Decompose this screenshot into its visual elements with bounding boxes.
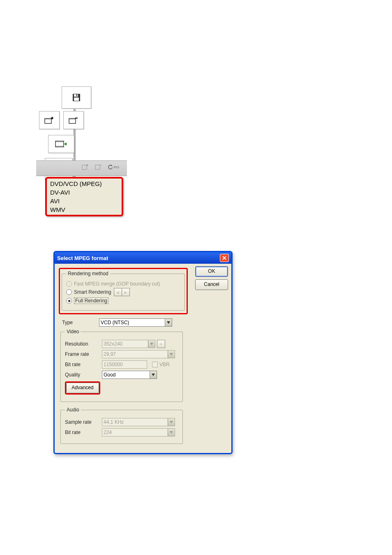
ok-button[interactable]: OK (195, 266, 228, 277)
radio-icon (66, 298, 72, 304)
keyframe-remove-icon (95, 163, 103, 171)
close-icon (222, 256, 226, 260)
menu-item-avi[interactable]: AVI (48, 197, 120, 205)
type-select[interactable]: VCD (NTSC) (99, 318, 172, 327)
svg-rect-7 (69, 118, 76, 120)
frame-rate-select: 29,97 (102, 350, 175, 358)
menu-item-wmv[interactable]: WMV (48, 205, 120, 214)
clip-remove-button[interactable] (63, 111, 84, 129)
clip-remove-icon (69, 116, 78, 124)
save-button[interactable] (62, 86, 91, 109)
frame-rate-label: Frame rate (65, 351, 102, 357)
type-label: Type (62, 320, 99, 325)
chevron-down-icon (148, 340, 155, 348)
video-bitrate-label: Bit rate (65, 362, 102, 367)
clip-play-icon (55, 140, 67, 148)
svg-rect-16 (95, 165, 100, 170)
rendering-highlight: Rendering method Fast MPEG merge (GOP bo… (59, 268, 188, 314)
clip-play-button[interactable] (48, 135, 74, 153)
save-icon (72, 93, 81, 102)
sample-rate-select: 44,1 KHz (102, 418, 175, 426)
radio-label: Full Rendering (74, 297, 108, 304)
svg-rect-9 (55, 141, 64, 142)
reset-ipo-icon: IPO (108, 163, 119, 171)
radio-icon (66, 289, 72, 295)
video-legend: Video (65, 329, 81, 334)
resolution-value: 352x240 (104, 341, 122, 347)
radio-gop: Fast MPEG merge (GOP boundary cut) (66, 281, 180, 287)
chevron-down-icon (168, 429, 175, 436)
rendering-legend: Rendering method (66, 271, 110, 276)
ipo-label: IPO (113, 165, 119, 169)
audio-bitrate-value: 224 (104, 430, 112, 435)
clip-add-button[interactable] (39, 111, 60, 129)
frame-rate-value: 29,97 (104, 351, 116, 357)
chevron-down-icon (150, 371, 157, 379)
svg-rect-2 (76, 94, 77, 96)
svg-rect-15 (82, 165, 87, 170)
sample-rate-label: Sample rate (65, 419, 102, 425)
clip-add-icon (44, 116, 54, 124)
titlebar: Select MPEG format (55, 252, 231, 264)
radio-smart[interactable]: Smart Rendering ◂ ▸ (66, 288, 180, 296)
chevron-down-icon (168, 418, 175, 426)
radio-label: Smart Rendering (74, 289, 111, 295)
smart-next-button: ▸ (122, 288, 130, 296)
resolution-extra-button: + (157, 340, 165, 348)
format-popup-menu: DVD/VCD (MPEG) DV-AVI AVI WMV (45, 177, 123, 216)
svg-rect-10 (55, 146, 64, 147)
dialog-title: Select MPEG format (57, 255, 220, 261)
vbr-label: VBR (159, 362, 170, 367)
smart-prev-button: ◂ (114, 288, 122, 296)
radio-full[interactable]: Full Rendering (66, 297, 180, 304)
quality-label: Quality (65, 372, 102, 378)
quality-select[interactable]: Good (102, 371, 157, 379)
svg-rect-3 (74, 98, 79, 101)
type-value: VCD (NTSC) (101, 320, 129, 325)
menu-item-dvd-vcd-mpeg[interactable]: DVD/VCD (MPEG) (48, 179, 120, 188)
advanced-button[interactable]: Advanced (66, 383, 99, 393)
menu-item-dv-avi[interactable]: DV-AVI (48, 188, 120, 197)
vbr-checkbox (152, 362, 158, 367)
chevron-down-icon (168, 351, 175, 358)
select-mpeg-format-dialog: Select MPEG format OK Cancel Rendering m… (53, 251, 233, 454)
radio-icon (66, 281, 72, 287)
audio-legend: Audio (65, 407, 81, 413)
resolution-label: Resolution (65, 341, 102, 347)
audio-bitrate-select: 224 (102, 428, 175, 437)
chevron-down-icon (165, 319, 172, 326)
quality-value: Good (104, 372, 115, 378)
resolution-select: 352x240 (102, 340, 155, 348)
svg-rect-5 (45, 118, 51, 120)
close-button[interactable] (220, 254, 229, 262)
cancel-button[interactable]: Cancel (195, 279, 228, 290)
sample-rate-value: 44,1 KHz (104, 419, 124, 425)
radio-label: Fast MPEG merge (GOP boundary cut) (74, 281, 160, 287)
keyframe-add-icon (81, 163, 90, 171)
video-bitrate-input (102, 360, 147, 369)
audio-bitrate-label: Bit rate (65, 430, 102, 435)
svg-rect-1 (74, 94, 78, 97)
